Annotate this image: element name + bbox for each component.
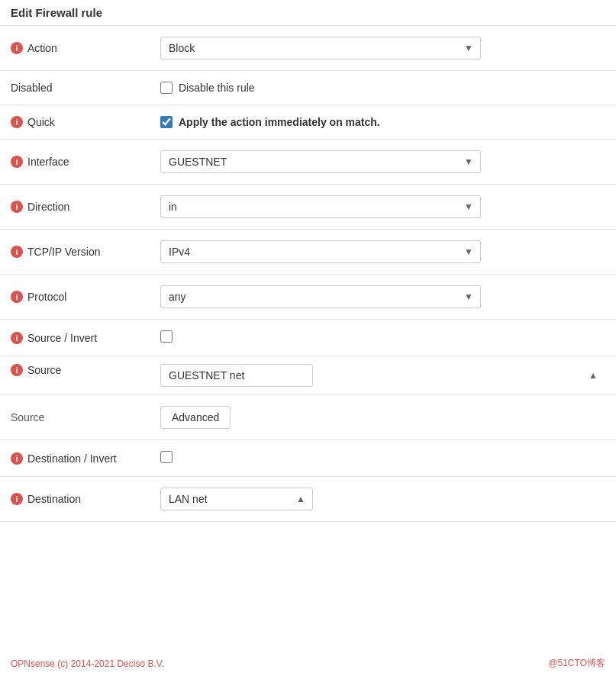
source-select-wrapper: GUESTNET net any LAN net WAN net ▲	[160, 364, 605, 387]
source-secondary-label: Source	[11, 411, 44, 423]
interface-select-wrapper: GUESTNET LAN WAN ▼	[160, 150, 481, 173]
source-invert-label: Source / Invert	[27, 332, 97, 344]
disabled-checkbox[interactable]	[160, 82, 173, 94]
interface-info-icon[interactable]: i	[11, 156, 23, 168]
interface-select[interactable]: GUESTNET LAN WAN	[160, 150, 481, 173]
dest-invert-label: Destination / Invert	[27, 452, 117, 465]
footer-right: @51CTO博客	[548, 657, 605, 670]
disabled-checkbox-label[interactable]: Disable this rule	[179, 82, 255, 94]
quick-checkbox-wrapper: Apply the action immediately on match.	[160, 116, 605, 128]
disabled-label: Disabled	[11, 82, 52, 94]
source-invert-info-icon[interactable]: i	[11, 332, 23, 344]
protocol-select-wrapper: any TCP UDP TCP/UDP ICMP ▼	[160, 285, 481, 308]
tcpip-select-wrapper: IPv4 IPv6 IPv4+IPv6 ▼	[160, 240, 481, 263]
destination-label: Destination	[27, 493, 81, 505]
source-label: Source	[27, 364, 61, 376]
direction-label: Direction	[27, 201, 69, 213]
action-label: Action	[27, 42, 57, 54]
direction-select-wrapper: in out ▼	[160, 195, 481, 218]
protocol-info-icon[interactable]: i	[11, 291, 23, 303]
source-info-icon[interactable]: i	[11, 364, 23, 376]
footer: OPNsense (c) 2014-2021 Deciso B.V. @51CT…	[0, 651, 616, 676]
page-header: Edit Firewall rule	[0, 0, 616, 26]
protocol-label: Protocol	[27, 291, 66, 303]
destination-info-icon[interactable]: i	[11, 493, 23, 505]
tcpip-info-icon[interactable]: i	[11, 246, 23, 258]
protocol-select[interactable]: any TCP UDP TCP/UDP ICMP	[160, 285, 481, 308]
quick-info-icon[interactable]: i	[11, 116, 23, 128]
footer-left: OPNsense (c) 2014-2021 Deciso B.V.	[11, 658, 164, 669]
dest-invert-info-icon[interactable]: i	[11, 452, 23, 465]
tcpip-select[interactable]: IPv4 IPv6 IPv4+IPv6	[160, 240, 481, 263]
dest-invert-checkbox[interactable]	[160, 451, 173, 463]
interface-label: Interface	[27, 156, 69, 168]
quick-checkbox-label[interactable]: Apply the action immediately on match.	[179, 116, 380, 128]
tcpip-label: TCP/IP Version	[27, 246, 100, 258]
disabled-checkbox-wrapper: Disable this rule	[160, 82, 605, 94]
direction-info-icon[interactable]: i	[11, 201, 23, 213]
destination-select[interactable]: LAN net any GUESTNET net WAN net	[160, 488, 313, 510]
advanced-button[interactable]: Advanced	[160, 406, 231, 429]
action-select[interactable]: Block Pass Reject	[160, 37, 481, 60]
action-info-icon[interactable]: i	[11, 42, 23, 54]
source-invert-checkbox[interactable]	[160, 330, 173, 343]
destination-select-wrapper: LAN net any GUESTNET net WAN net ▲	[160, 488, 313, 510]
quick-checkbox[interactable]	[160, 116, 173, 128]
quick-label: Quick	[27, 116, 55, 128]
page-title: Edit Firewall rule	[11, 6, 102, 19]
action-select-wrapper: Block Pass Reject ▼	[160, 37, 481, 60]
direction-select[interactable]: in out	[160, 195, 481, 218]
source-net-inner: GUESTNET net any LAN net WAN net ▲	[160, 364, 605, 387]
source-select[interactable]: GUESTNET net any LAN net WAN net	[160, 364, 313, 387]
source-select-arrow: ▲	[589, 370, 598, 381]
